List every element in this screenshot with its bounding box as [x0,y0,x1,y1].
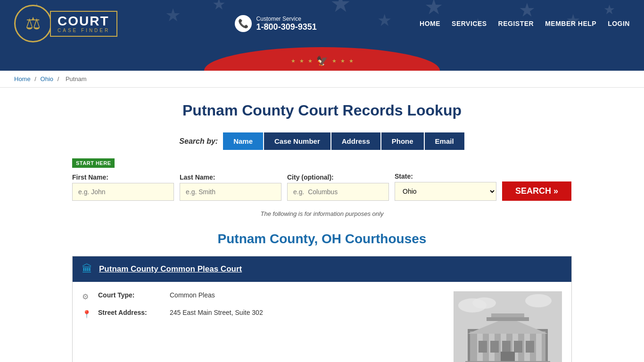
courthouse-image [454,291,562,362]
star-left-2: ★ [299,58,304,64]
tab-case-number[interactable]: Case Number [264,132,330,150]
site-header: ★ ★ ★ ★ ★ ★ ★ ★ ★ ★ ★ ★ ⚖ COURT CASE FIN… [0,0,644,47]
main-nav: HOME SERVICES REGISTER MEMBER HELP LOGIN [420,20,630,27]
state-field: State: Ohio Alabama Alaska Arizona Arkan… [395,173,496,201]
courthouse-card: 🏛 Putnam County Common Pleas Court ⚙ Cou… [72,256,572,362]
svg-rect-31 [502,341,511,353]
arch-red: ★ ★ ★ 🦅 ★ ★ ★ [204,47,440,71]
breadcrumb-home[interactable]: Home [14,75,31,82]
breadcrumb-ohio[interactable]: Ohio [41,75,53,82]
breadcrumb-putnam: Putnam [66,75,87,82]
svg-text:★: ★ [424,0,443,19]
info-note: The following is for information purpose… [72,210,572,217]
city-input[interactable] [287,183,389,201]
search-form-container: START HERE First Name: Last Name: City (… [72,158,572,201]
city-field: City (optional): [287,173,389,201]
arch-content: ★ ★ ★ 🦅 ★ ★ ★ [291,55,354,66]
svg-point-15 [525,294,552,307]
eagle-icon: 🦅 [316,55,328,66]
phone-icon: 📞 [235,15,252,32]
arch-banner: ★ ★ ★ 🦅 ★ ★ ★ [0,47,644,71]
logo-circle: ⚖ [14,5,52,42]
star-right-3: ★ [349,58,354,64]
courthouse-building-svg [454,291,562,362]
nav-register[interactable]: REGISTER [498,20,534,27]
address-icon: 📍 [82,310,92,319]
cs-label: Customer Service [256,16,317,22]
svg-text:★: ★ [377,11,392,29]
logo-sub-label: CASE FINDER [58,28,110,33]
star-left-1: ★ [291,58,296,64]
breadcrumb-sep-1: / [34,75,38,82]
logo[interactable]: ⚖ COURT CASE FINDER [14,5,117,42]
tab-name[interactable]: Name [223,132,263,150]
breadcrumb: Home / Ohio / Putnam [0,71,644,88]
last-name-input[interactable] [180,183,281,201]
courthouse-details: ⚙ Court Type: Common Pleas 📍 Street Addr… [82,291,454,362]
courthouse-body: ⚙ Court Type: Common Pleas 📍 Street Addr… [73,282,571,362]
nav-member-help[interactable]: MEMBER HELP [545,20,596,27]
first-name-field: First Name: [72,173,174,201]
svg-rect-28 [491,313,524,317]
courthouse-icon: 🏛 [82,263,92,275]
svg-text:★: ★ [603,2,615,17]
star-left-3: ★ [308,58,313,64]
street-address-row: 📍 Street Address: 245 East Main Street, … [82,309,454,319]
court-type-label: Court Type: [98,291,164,299]
breadcrumb-sep-2: / [58,75,61,82]
court-type-row: ⚙ Court Type: Common Pleas [82,291,454,301]
svg-rect-33 [526,341,534,353]
svg-text:★: ★ [330,0,351,17]
start-here-badge: START HERE [72,158,115,168]
svg-text:★: ★ [165,5,181,25]
courthouses-title: Putnam County, OH Courthouses [72,231,572,247]
street-address-label: Street Address: [98,309,164,316]
cs-phone: 1-800-309-9351 [256,22,317,32]
courthouse-header: 🏛 Putnam County Common Pleas Court [73,256,571,282]
svg-rect-30 [490,341,499,353]
page-title: Putnam County Court Records Lookup [72,102,572,119]
search-button-label: SEARCH » [515,186,558,196]
svg-rect-32 [514,341,522,353]
star-right-2: ★ [340,58,345,64]
first-name-label: First Name: [72,173,174,181]
logo-text: COURT CASE FINDER [50,11,117,37]
svg-rect-29 [479,341,487,353]
nav-login[interactable]: LOGIN [608,20,630,27]
nav-home[interactable]: HOME [420,20,440,27]
customer-service: 📞 Customer Service 1-800-309-9351 [235,15,317,32]
svg-rect-27 [487,317,529,321]
search-button[interactable]: SEARCH » [502,181,571,201]
main-content: Putnam County Court Records Lookup Searc… [63,88,581,362]
court-type-value: Common Pleas [170,291,215,299]
svg-text:★: ★ [212,0,226,13]
last-name-field: Last Name: [180,173,281,201]
svg-rect-34 [501,352,515,361]
svg-point-14 [472,297,496,309]
tab-phone[interactable]: Phone [381,132,424,150]
search-by-row: Search by: Name Case Number Address Phon… [72,132,572,150]
search-form: First Name: Last Name: City (optional): … [72,173,572,201]
search-by-label: Search by: [179,137,218,146]
courthouse-name-link[interactable]: Putnam County Common Pleas Court [99,264,242,274]
svg-rect-25 [536,334,542,361]
logo-icon: ⚖ [25,14,41,33]
court-type-icon: ⚙ [82,292,92,301]
tab-email[interactable]: Email [425,132,464,150]
cs-text-block: Customer Service 1-800-309-9351 [256,16,317,32]
street-address-value: 245 East Main Street, Suite 302 [170,309,263,316]
last-name-label: Last Name: [180,173,281,181]
city-label: City (optional): [287,173,389,181]
state-label: State: [395,173,496,180]
tab-address[interactable]: Address [331,132,380,150]
state-select[interactable]: Ohio Alabama Alaska Arizona Arkansas Cal… [395,182,496,201]
first-name-input[interactable] [72,183,174,201]
nav-services[interactable]: SERVICES [452,20,487,27]
star-right-1: ★ [332,58,337,64]
logo-court-label: COURT [58,15,110,28]
svg-text:★: ★ [519,0,536,20]
